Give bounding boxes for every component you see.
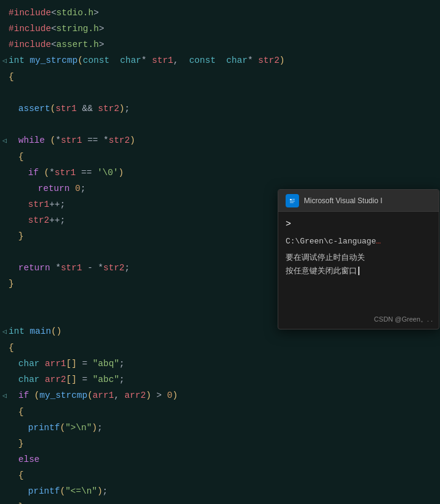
line-indicator-4: ◁	[2, 53, 7, 69]
line-content-23: char arr1[] = "abq";	[17, 356, 440, 372]
line-content-30: {	[17, 467, 440, 483]
terminal-app-icon	[286, 194, 299, 207]
editor-container: #include<stdio.h> #include<string.h> #in…	[0, 0, 440, 504]
terminal-chinese-line1: 要在调试停止时自动关	[286, 251, 431, 264]
line-content-28: }	[17, 436, 440, 452]
terminal-window[interactable]: Microsoft Visual Studio I > C:\Green\c-l…	[278, 189, 439, 329]
code-line-5: {	[0, 69, 440, 85]
line-content-25: if (my_strcmp(arr1, arr2) > 0)	[17, 387, 440, 403]
line-indicator-9: ◁	[2, 133, 7, 149]
line-indicator-25: ◁	[2, 388, 7, 404]
terminal-chinese-line2: 按任意键关闭此窗口	[286, 264, 431, 278]
code-line-29: else	[0, 452, 440, 467]
code-line-25: ◁ if (my_strcmp(arr1, arr2) > 0)	[0, 387, 440, 404]
terminal-path: C:\Green\c-language…	[286, 235, 431, 248]
svg-rect-4	[290, 202, 294, 203]
line-content-7: assert(str1 && str2);	[17, 101, 440, 117]
line-content-29: else	[17, 452, 440, 467]
code-line-24: char arr2[] = "abc";	[0, 372, 440, 387]
line-content-5: {	[7, 69, 440, 85]
line-content-27: printf(">\n");	[27, 420, 440, 436]
code-line-31: printf("<=\n");	[0, 483, 440, 499]
line-content-32: }	[17, 499, 440, 504]
line-content-26: {	[17, 404, 440, 420]
line-content-22: {	[7, 340, 440, 356]
code-line-4: ◁ int my_strcmp(const char* str1, const …	[0, 52, 440, 69]
code-line-10: {	[0, 149, 440, 165]
code-line-3: #include<assert.h>	[0, 37, 440, 52]
line-content-1: #include<stdio.h>	[7, 5, 440, 21]
code-line-8	[0, 117, 440, 132]
line-content-2: #include<string.h>	[7, 21, 440, 37]
line-content-9: while (*str1 == *str2)	[17, 132, 440, 148]
terminal-prompt: >	[286, 218, 431, 231]
code-line-1: #include<stdio.h>	[0, 5, 440, 21]
code-line-9: ◁ while (*str1 == *str2)	[0, 132, 440, 149]
line-content-10: {	[17, 149, 440, 165]
code-line-23: char arr1[] = "abq";	[0, 356, 440, 372]
code-line-7: assert(str1 && str2);	[0, 101, 440, 117]
line-content-24: char arr2[] = "abc";	[17, 372, 440, 387]
code-line-22: {	[0, 340, 440, 356]
code-line-32: }	[0, 499, 440, 504]
line-content-4: int my_strcmp(const char* str1, const ch…	[7, 52, 440, 68]
code-line-6	[0, 85, 440, 101]
code-line-2: #include<string.h>	[0, 21, 440, 37]
line-indicator-21: ◁	[2, 324, 7, 340]
terminal-footer: CSDN @Green。. .	[374, 315, 433, 324]
code-line-11: if (*str1 == '\0')	[0, 165, 440, 181]
terminal-body: > C:\Green\c-language… 要在调试停止时自动关 按任意键关闭…	[278, 212, 439, 284]
line-content-6	[7, 85, 440, 101]
code-line-30: {	[0, 467, 440, 483]
code-line-27: printf(">\n");	[0, 420, 440, 436]
line-content-3: #include<assert.h>	[7, 37, 440, 52]
code-line-28: }	[0, 436, 440, 452]
line-content-11: if (*str1 == '\0')	[27, 165, 440, 181]
svg-rect-3	[290, 201, 295, 201]
line-content-31: printf("<=\n");	[27, 483, 440, 499]
svg-rect-1	[290, 199, 292, 200]
terminal-cursor	[358, 267, 359, 275]
terminal-title-text: Microsoft Visual Studio I	[304, 196, 383, 205]
svg-rect-2	[292, 199, 295, 200]
terminal-titlebar: Microsoft Visual Studio I	[278, 190, 439, 212]
code-line-26: {	[0, 404, 440, 420]
line-content-8	[7, 117, 440, 132]
